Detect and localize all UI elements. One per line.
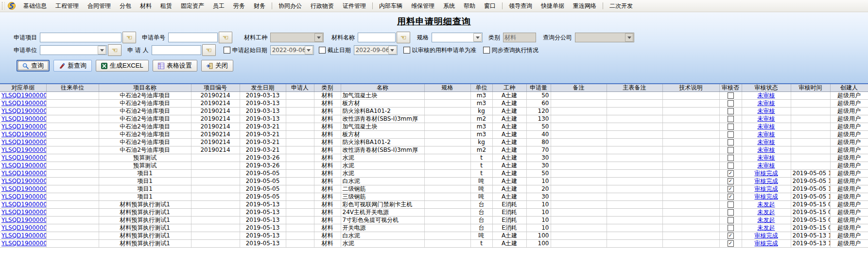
column-header[interactable]: 审核状态 (742, 84, 791, 92)
apply-unit-select[interactable] (40, 45, 107, 55)
column-header[interactable]: 名称 (341, 84, 424, 92)
audited-checkbox[interactable] (728, 116, 734, 122)
audited-checkbox[interactable] (728, 108, 734, 114)
column-header[interactable]: 对应单据 (0, 84, 46, 92)
column-header[interactable]: 发生日期 (240, 84, 286, 92)
audited-checkbox[interactable]: ✓ (728, 240, 734, 247)
table-settings-button[interactable]: 表格设置 (153, 60, 197, 72)
table-row[interactable]: YLSQD190000015材料预算执行测试12019-05-13材料水泥tA土… (0, 240, 868, 248)
close-button[interactable]: 关闭 (201, 60, 233, 72)
audited-checkbox[interactable] (728, 131, 734, 138)
material-name-picker-button[interactable]: ☜ (397, 32, 410, 43)
audited-checkbox[interactable] (728, 124, 734, 130)
document-link[interactable]: YLSQD190000010 (1, 193, 46, 200)
audited-checkbox[interactable] (728, 163, 734, 169)
column-header[interactable]: 项目编号 (191, 84, 240, 92)
table-row[interactable]: YLSQD190000009预算测试2019-03-26材料水泥tA土建30未审… (0, 162, 868, 170)
menu-item[interactable]: 帮助 (459, 1, 480, 11)
query-button[interactable]: 查询 (17, 60, 50, 72)
audit-status-link[interactable]: 未审核 (758, 154, 775, 161)
audit-status-link[interactable]: 未审核 (758, 162, 775, 169)
menu-item[interactable]: 合同管理 (83, 1, 115, 11)
table-row[interactable]: YLSQD190000014材料预算执行测试12019-05-13材料24V主机… (0, 209, 868, 217)
audited-checkbox[interactable]: ✓ (728, 186, 734, 192)
audit-status-link[interactable]: 未审核 (758, 123, 775, 130)
menu-item[interactable]: 内部车辆 (375, 1, 407, 11)
menu-item[interactable]: 工程管理 (51, 1, 83, 11)
document-link[interactable]: YLSQD190000010 (1, 170, 46, 177)
menu-item[interactable]: 劳务 (229, 1, 249, 11)
document-link[interactable]: YLSQD190000006 (1, 108, 46, 114)
document-link[interactable]: YLSQD190000007 (1, 139, 46, 145)
menu-item[interactable]: 窗口 (480, 1, 500, 11)
table-row[interactable]: YLSQD190000010项目12019-05-05材料白水泥吨A土建10✓审… (0, 178, 868, 185)
audited-checkbox[interactable] (728, 147, 734, 153)
audit-status-link[interactable]: 审核完成 (755, 178, 778, 184)
table-row[interactable]: YLSQD190000007中石油2号油库项目201902142019-03-2… (0, 123, 868, 131)
column-header[interactable]: 工种 (492, 84, 526, 92)
export-excel-button[interactable]: 生成EXCEL (96, 60, 149, 72)
menu-item[interactable]: 基础信息 (19, 1, 51, 11)
document-link[interactable]: YLSQD190000007 (1, 123, 46, 130)
column-header[interactable]: 创建人 (830, 84, 868, 92)
audit-status-link[interactable]: 未审核 (758, 100, 775, 107)
menu-item[interactable]: 二次开发 (605, 1, 637, 11)
audited-checkbox[interactable] (728, 92, 734, 99)
table-row[interactable]: YLSQD190000006中石油2号油库项目201902142019-03-1… (0, 100, 868, 108)
apply-project-picker-button[interactable]: ☜ (122, 32, 136, 43)
audited-checkbox[interactable]: ✓ (728, 170, 734, 177)
audited-checkbox[interactable] (728, 209, 734, 216)
audit-status-link[interactable]: 审核完成 (755, 185, 778, 192)
start-date-select[interactable]: 2022-09-06 (270, 45, 314, 55)
audit-status-link[interactable]: 审核完成 (755, 232, 778, 239)
column-header[interactable]: 往来单位 (46, 84, 99, 92)
audited-checkbox[interactable] (728, 225, 734, 231)
audited-checkbox[interactable]: ✓ (728, 178, 734, 184)
document-link[interactable]: YLSQD190000006 (1, 92, 46, 99)
menu-item[interactable]: 固定资产 (176, 1, 208, 11)
document-link[interactable]: YLSQD190000006 (1, 115, 46, 122)
table-row[interactable]: YLSQD190000007中石油2号油库项目201902142019-03-2… (0, 139, 868, 146)
table-row[interactable]: YLSQD190000006中石油2号油库项目201902142019-03-1… (0, 92, 868, 100)
audited-checkbox[interactable] (728, 201, 734, 208)
table-row[interactable]: YLSQD190000010项目12019-05-05材料水泥tA土建50✓审核… (0, 170, 868, 178)
column-header[interactable]: 申请量 (526, 84, 551, 92)
table-row[interactable]: YLSQD190000006中石油2号油库项目201902142019-03-1… (0, 108, 868, 115)
menu-item[interactable]: 领导查询 (504, 1, 537, 11)
audited-checkbox[interactable] (728, 139, 734, 145)
end-date-select[interactable]: 2022-09-06 (354, 45, 398, 55)
spec-select[interactable] (432, 33, 483, 42)
column-header[interactable]: 主表备注 (607, 84, 662, 92)
document-link[interactable]: YLSQD190000014 (1, 201, 46, 208)
document-link[interactable]: YLSQD190000007 (1, 131, 46, 138)
audit-status-link[interactable]: 审核完成 (755, 193, 778, 200)
table-row[interactable]: YLSQD190000007中石油2号油库项目201902142019-03-2… (0, 131, 868, 139)
audit-status-link[interactable]: 未发起 (758, 201, 775, 208)
menu-item[interactable]: 重连网络 (569, 1, 601, 11)
audit-status-link[interactable]: 未发起 (758, 217, 775, 223)
end-date-checkbox[interactable] (319, 47, 326, 54)
menu-item[interactable]: 租赁 (156, 1, 176, 11)
menu-item[interactable]: 协同办公 (274, 1, 306, 11)
menu-item[interactable]: 行政物资 (306, 1, 338, 11)
material-name-input[interactable] (358, 33, 396, 42)
document-link[interactable]: YLSQD190000006 (1, 100, 46, 107)
apply-no-picker-button[interactable]: ☜ (219, 32, 232, 43)
applicant-input[interactable] (152, 45, 201, 55)
column-header[interactable]: 单位 (470, 84, 492, 92)
table-row[interactable]: YLSQD190000010项目12019-05-05材料二级钢筋吨A土建20✓… (0, 185, 868, 193)
table-row[interactable]: YLSQD190000007中石油2号油库项目201902142019-03-2… (0, 146, 868, 154)
document-link[interactable]: YLSQD190000008 (1, 154, 46, 161)
table-row[interactable]: YLSQD190000015材料预算执行测试12019-05-13材料白水泥吨A… (0, 232, 868, 240)
table-row[interactable]: YLSQD190000014材料预算执行测试12019-05-13材料7寸彩色免… (0, 217, 868, 224)
start-date-checkbox[interactable] (224, 47, 230, 54)
audited-checkbox[interactable] (728, 100, 734, 107)
table-row[interactable]: YLSQD190000010项目12019-05-05材料三级钢筋吨A土建30✓… (0, 193, 868, 201)
document-link[interactable]: YLSQD190000010 (1, 178, 46, 184)
apply-no-input[interactable] (168, 33, 218, 42)
document-link[interactable]: YLSQD190000015 (1, 240, 46, 247)
menu-item[interactable]: 材料 (136, 1, 156, 11)
menu-item[interactable]: 快捷单据 (537, 1, 569, 11)
audit-status-link[interactable]: 未发起 (758, 224, 775, 231)
audited-checkbox[interactable]: ✓ (728, 233, 734, 239)
